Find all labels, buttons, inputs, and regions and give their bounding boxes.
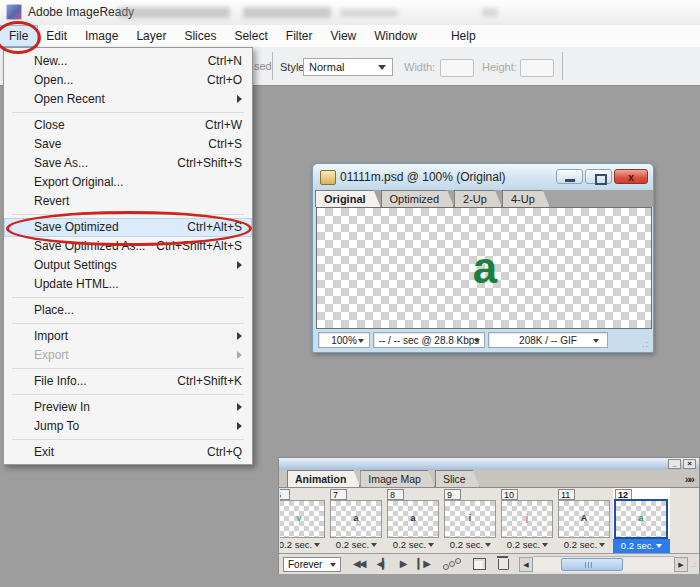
animation-frame[interactable]: 7 a 0.2 sec. <box>328 488 385 553</box>
menu-item-save-as[interactable]: Save As...Ctrl+Shift+S <box>4 154 252 173</box>
menu-separator <box>12 368 244 369</box>
menu-bar: File Edit Image Layer Slices Select Filt… <box>0 25 700 47</box>
palette-close-button[interactable]: × <box>683 459 696 469</box>
menu-window[interactable]: Window <box>365 26 426 46</box>
menu-view[interactable]: View <box>321 26 365 46</box>
animation-frame[interactable]: 6 v 0.2 sec. <box>280 488 328 553</box>
animation-frame[interactable]: 10 j 0.2 sec. <box>499 488 556 553</box>
tab-2up[interactable]: 2-Up <box>454 190 502 207</box>
minimize-button[interactable] <box>556 169 583 184</box>
menu-separator <box>12 394 244 395</box>
height-label: Height: <box>482 61 517 73</box>
app-icon <box>6 4 22 20</box>
next-frame-button[interactable]: ▎▶ <box>411 555 434 573</box>
menu-item-open-recent[interactable]: Open Recent <box>4 90 252 109</box>
frame-delay-dropdown[interactable]: 0.2 sec. <box>328 539 385 550</box>
menu-separator <box>12 439 244 440</box>
chevron-down-icon <box>358 339 364 343</box>
previous-frame-button[interactable]: ◀▎ <box>370 555 393 573</box>
menu-item-file-info[interactable]: File Info...Ctrl+Shift+K <box>4 372 252 391</box>
document-window: 01111m.psd @ 100% (Original) x Original … <box>312 163 654 353</box>
menu-item-preview-in[interactable]: Preview In <box>4 398 252 417</box>
first-frame-button[interactable]: ◀◀ <box>347 555 370 573</box>
palette-resize-grip[interactable]: .: <box>688 560 699 569</box>
tab-4up[interactable]: 4-Up <box>502 190 550 207</box>
width-input[interactable] <box>440 59 474 77</box>
resize-grip[interactable]: .: <box>642 339 649 349</box>
maximize-button[interactable] <box>585 169 612 184</box>
frame-delay-dropdown[interactable]: 0.2 sec. <box>499 539 556 550</box>
menu-select[interactable]: Select <box>225 26 276 46</box>
tween-icon[interactable] <box>443 558 461 570</box>
zoom-level-dropdown[interactable]: 100% <box>318 332 370 348</box>
loop-dropdown[interactable]: Forever <box>283 557 341 572</box>
chevron-down-icon <box>474 339 480 343</box>
submenu-arrow-icon <box>237 422 242 430</box>
menu-item-import[interactable]: Import <box>4 327 252 346</box>
animation-frame[interactable]: 8 a 0.2 sec. <box>385 488 442 553</box>
scroll-left-button[interactable]: ◀ <box>519 557 533 572</box>
menu-item-revert[interactable]: Revert <box>4 192 252 211</box>
menu-item-open[interactable]: Open...Ctrl+O <box>4 71 252 90</box>
file-menu-dropdown: New...Ctrl+N Open...Ctrl+O Open Recent C… <box>3 47 253 465</box>
menu-item-update-html[interactable]: Update HTML... <box>4 275 252 294</box>
menu-item-place[interactable]: Place... <box>4 301 252 320</box>
canvas[interactable]: a <box>316 207 652 329</box>
tab-animation[interactable]: Animation <box>287 470 360 487</box>
animation-frame-selected[interactable]: 12 a 0.2 sec. <box>613 488 670 553</box>
scroll-right-button[interactable]: ▶ <box>674 557 688 572</box>
document-status-bar: 100% -- / -- sec @ 28.8 Kbps 208K / -- G… <box>316 329 652 351</box>
tab-image-map[interactable]: Image Map <box>360 470 435 487</box>
palette-titlebar[interactable]: _ × <box>279 458 699 470</box>
menu-separator <box>12 112 244 113</box>
menu-file[interactable]: File <box>0 26 37 46</box>
delete-frame-button[interactable] <box>498 559 509 570</box>
menu-item-save[interactable]: SaveCtrl+S <box>4 135 252 154</box>
menu-image[interactable]: Image <box>76 26 127 46</box>
download-time-dropdown[interactable]: -- / -- sec @ 28.8 Kbps <box>373 332 485 348</box>
menu-item-close[interactable]: CloseCtrl+W <box>4 116 252 135</box>
frame-delay-dropdown[interactable]: 0.2 sec. <box>385 539 442 550</box>
menu-item-export-original[interactable]: Export Original... <box>4 173 252 192</box>
animation-frame[interactable]: 11 A 0.2 sec. <box>556 488 613 553</box>
play-button[interactable]: ▶ <box>394 555 412 573</box>
frame-delay-dropdown[interactable]: 0.2 sec. <box>442 539 499 550</box>
close-button[interactable]: x <box>614 169 648 184</box>
menu-filter[interactable]: Filter <box>277 26 322 46</box>
frame-delay-dropdown[interactable]: 0.2 sec. <box>556 539 613 550</box>
scrollbar-thumb[interactable] <box>561 558 623 571</box>
palette-menu-icon[interactable]: »» <box>685 473 693 485</box>
new-frame-button[interactable] <box>473 558 486 570</box>
clipped-option-text: sed <box>254 60 272 72</box>
chevron-down-icon <box>378 65 386 70</box>
width-label: Width: <box>404 61 435 73</box>
menu-item-export: Export <box>4 346 252 365</box>
menu-item-save-optimized[interactable]: Save OptimizedCtrl+Alt+S <box>4 218 252 237</box>
view-tabs: Original Optimized 2-Up 4-Up <box>315 190 653 207</box>
frames-scrollbar[interactable] <box>533 556 674 572</box>
menu-item-new[interactable]: New...Ctrl+N <box>4 52 252 71</box>
menu-item-save-optimized-as[interactable]: Save Optimized As...Ctrl+Shift+Alt+S <box>4 237 252 256</box>
document-titlebar[interactable]: 01111m.psd @ 100% (Original) x <box>313 164 653 190</box>
menu-layer[interactable]: Layer <box>127 26 175 46</box>
menu-item-jump-to[interactable]: Jump To <box>4 417 252 436</box>
redacted-text <box>118 7 230 18</box>
minimize-icon <box>565 179 575 182</box>
menu-edit[interactable]: Edit <box>37 26 76 46</box>
frame-delay-dropdown[interactable]: 0.2 sec. <box>613 539 670 553</box>
menu-item-output-settings[interactable]: Output Settings <box>4 256 252 275</box>
palette-minimize-button[interactable]: _ <box>668 459 681 469</box>
chevron-down-icon <box>599 543 605 547</box>
tab-original[interactable]: Original <box>315 190 381 207</box>
menu-slices[interactable]: Slices <box>175 26 225 46</box>
height-input[interactable] <box>520 59 554 77</box>
style-dropdown[interactable]: Normal <box>303 58 393 76</box>
frame-delay-dropdown[interactable]: 0.2 sec. <box>280 539 328 550</box>
menu-separator <box>12 297 244 298</box>
animation-frame[interactable]: 9 i 0.2 sec. <box>442 488 499 553</box>
menu-help[interactable]: Help <box>442 26 485 46</box>
tab-slice[interactable]: Slice <box>435 470 480 487</box>
tab-optimized[interactable]: Optimized <box>381 190 455 207</box>
menu-item-exit[interactable]: ExitCtrl+Q <box>4 443 252 462</box>
file-size-dropdown[interactable]: 208K / -- GIF <box>488 332 608 348</box>
